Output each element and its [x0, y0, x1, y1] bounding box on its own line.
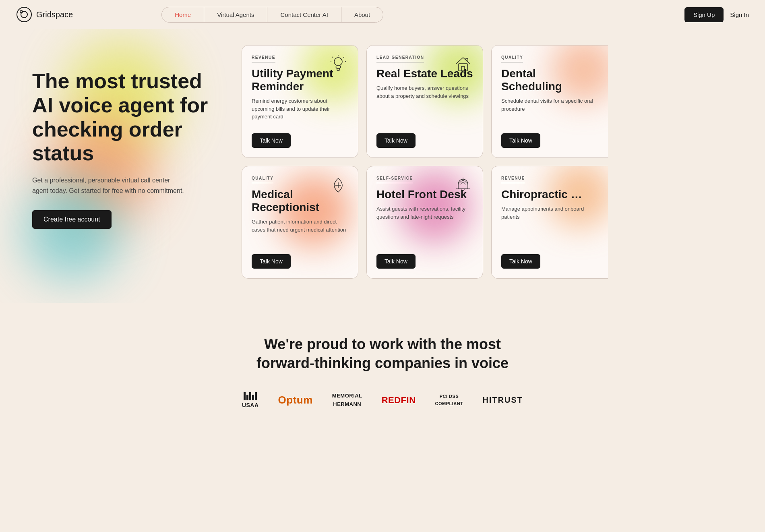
lightbulb-icon: [328, 54, 348, 75]
card-category-1: REVENUE: [252, 55, 275, 62]
card-title-3: Dental Scheduling: [501, 67, 598, 93]
hero-section: The most trusted AI voice agent for chec…: [0, 29, 765, 303]
card-category-6: REVENUE: [501, 176, 525, 183]
card-desc-1: Remind energy customers about upcoming b…: [252, 97, 348, 127]
card-utility-payment: REVENUE Utility Payment Reminder Remind …: [242, 45, 358, 158]
nav-virtual-agents[interactable]: Virtual Agents: [204, 7, 267, 22]
card-category-5: SELF-SERVICE: [376, 176, 413, 183]
brand-name: Gridspace: [36, 10, 73, 19]
talk-now-button-3[interactable]: Talk Now: [501, 133, 540, 148]
hero-title: The most trusted AI voice agent for chec…: [32, 69, 217, 166]
svg-rect-12: [459, 64, 467, 71]
card-desc-6: Manage appointments and onboard patients: [501, 205, 598, 248]
talk-now-button-5[interactable]: Talk Now: [376, 254, 416, 269]
memorial-logo: MEMORIAL HERMANN: [332, 393, 362, 408]
logo[interactable]: Gridspace: [16, 6, 73, 23]
usaa-flag-icon: [244, 392, 257, 400]
svg-line-8: [332, 57, 333, 58]
bell-icon: [453, 174, 473, 196]
card-category-3: QUALITY: [501, 55, 523, 62]
pci-logo: PCI DSS COMPLIANT: [435, 394, 463, 406]
svg-point-0: [17, 7, 31, 22]
svg-point-3: [334, 58, 342, 66]
nav-home[interactable]: Home: [162, 7, 204, 22]
cards-grid: REVENUE Utility Payment Reminder Remind …: [242, 45, 749, 279]
logo-icon: [16, 6, 32, 23]
medical-cross-icon: [328, 174, 348, 196]
card-desc-3: Schedule dental visits for a specific or…: [501, 97, 598, 127]
talk-now-button-6[interactable]: Talk Now: [501, 254, 540, 269]
talk-now-button-1[interactable]: Talk Now: [252, 133, 291, 148]
nav-contact-center-ai[interactable]: Contact Center AI: [267, 7, 341, 22]
nav-links: Home Virtual Agents Contact Center AI Ab…: [161, 7, 383, 23]
talk-now-button-4[interactable]: Talk Now: [252, 254, 291, 269]
card-category-2: LEAD GENERATION: [376, 55, 424, 62]
card-desc-2: Qualify home buyers, answer questions ab…: [376, 84, 473, 127]
usaa-logo: USAA: [242, 392, 259, 408]
card-title-6: Chiropractic …: [501, 188, 598, 201]
nav-actions: Sign Up Sign In: [684, 7, 749, 22]
nav-about[interactable]: About: [341, 7, 383, 22]
card-dental: QUALITY Dental Scheduling Schedule denta…: [491, 45, 608, 158]
card-chiropractic: REVENUE Chiropractic … Manage appointmen…: [491, 166, 608, 279]
card-desc-5: Assist guests with reservations, facilit…: [376, 205, 473, 248]
svg-rect-13: [461, 66, 465, 71]
hero-subtitle: Get a professional, personable virtual c…: [32, 175, 185, 196]
navigation: Gridspace Home Virtual Agents Contact Ce…: [0, 0, 765, 29]
partners-section: We're proud to work with the most forwar…: [0, 303, 765, 433]
svg-line-9: [343, 57, 344, 58]
svg-point-1: [21, 11, 27, 18]
card-category-4: QUALITY: [252, 176, 273, 183]
redfin-logo: REDFIN: [382, 395, 416, 406]
card-hotel: SELF-SERVICE Hotel Front Desk Assist gue…: [366, 166, 483, 279]
create-account-button[interactable]: Create free account: [32, 210, 112, 229]
card-desc-4: Gather patient information and direct ca…: [252, 218, 348, 248]
signup-button[interactable]: Sign Up: [684, 7, 724, 22]
partners-title: We're proud to work with the most forwar…: [242, 335, 523, 373]
card-medical: QUALITY Medical Receptionist Gather pati…: [242, 166, 358, 279]
partners-logos: USAA Optum MEMORIAL HERMANN REDFIN PCI D…: [16, 392, 749, 408]
house-icon: [453, 54, 473, 75]
card-real-estate: LEAD GENERATION Real Estate Leads Qualif…: [366, 45, 483, 158]
hitrust-logo: HITRUST: [482, 395, 523, 405]
optum-logo: Optum: [278, 394, 313, 406]
signin-button[interactable]: Sign In: [730, 11, 749, 18]
talk-now-button-2[interactable]: Talk Now: [376, 133, 416, 148]
hero-content: The most trusted AI voice agent for chec…: [32, 45, 217, 279]
